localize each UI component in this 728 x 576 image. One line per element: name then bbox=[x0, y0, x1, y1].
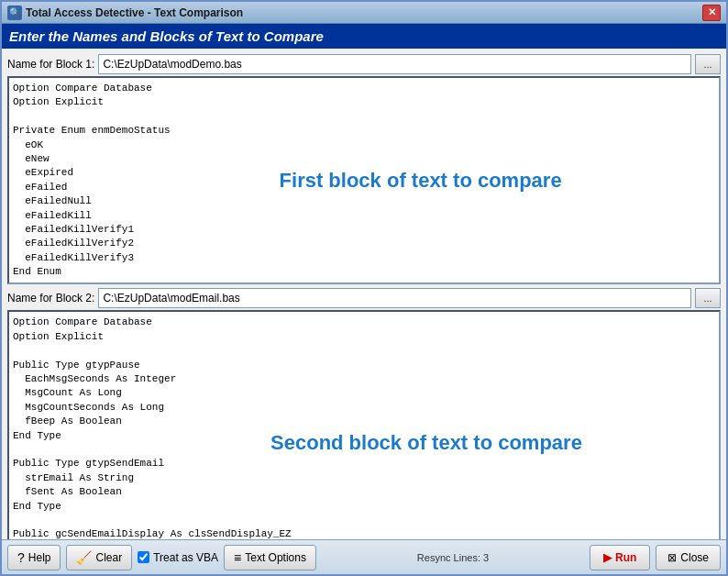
main-header: Enter the Names and Blocks of Text to Co… bbox=[2, 24, 726, 49]
treat-vba-label: Treat as VBA bbox=[153, 551, 218, 564]
block1-section: Name for Block 1: ... Option Compare Dat… bbox=[7, 54, 721, 284]
block2-name-row: Name for Block 2: ... bbox=[7, 288, 721, 308]
main-window: 🔍 Total Access Detective - Text Comparis… bbox=[0, 0, 728, 576]
treat-vba-container: Treat as VBA bbox=[138, 551, 218, 564]
block1-input[interactable] bbox=[98, 54, 691, 74]
block2-input[interactable] bbox=[98, 288, 691, 308]
block1-text-container: Option Compare Database Option Explicit … bbox=[7, 76, 721, 284]
main-header-text: Enter the Names and Blocks of Text to Co… bbox=[9, 28, 324, 44]
close-button[interactable]: ⊠ Close bbox=[656, 545, 721, 570]
clear-icon: 🧹 bbox=[76, 550, 92, 565]
block2-text-container: Option Compare Database Option Explicit … bbox=[7, 310, 721, 539]
clear-label: Clear bbox=[95, 551, 122, 564]
treat-vba-checkbox[interactable] bbox=[138, 551, 149, 563]
block1-text-area[interactable]: Option Compare Database Option Explicit … bbox=[9, 78, 719, 282]
window-close-button[interactable]: ✕ bbox=[702, 5, 721, 21]
help-button[interactable]: ? Help bbox=[7, 545, 61, 570]
clear-button[interactable]: 🧹 Clear bbox=[66, 545, 132, 570]
run-label: Run bbox=[615, 551, 636, 564]
block1-name-row: Name for Block 1: ... bbox=[7, 54, 721, 74]
text-options-button[interactable]: ≡ Text Options bbox=[224, 545, 316, 570]
resync-info: Resync Lines: 3 bbox=[322, 552, 584, 563]
block2-section: Name for Block 2: ... Option Compare Dat… bbox=[7, 288, 721, 539]
run-button[interactable]: ▶ Run bbox=[590, 545, 650, 570]
close-label: Close bbox=[680, 551, 709, 564]
help-label: Help bbox=[28, 551, 51, 564]
close-icon: ⊠ bbox=[667, 551, 677, 564]
bottom-bar: ? Help 🧹 Clear Treat as VBA ≡ Text Optio… bbox=[2, 539, 726, 574]
help-icon: ? bbox=[17, 550, 25, 565]
block2-browse-button[interactable]: ... bbox=[695, 288, 721, 308]
title-bar: 🔍 Total Access Detective - Text Comparis… bbox=[2, 2, 726, 24]
app-icon: 🔍 bbox=[7, 6, 22, 20]
text-options-icon: ≡ bbox=[234, 550, 241, 565]
block2-label: Name for Block 2: bbox=[7, 292, 94, 305]
text-options-label: Text Options bbox=[245, 551, 306, 564]
block2-text-area[interactable]: Option Compare Database Option Explicit … bbox=[9, 312, 719, 539]
block1-label: Name for Block 1: bbox=[7, 58, 94, 71]
title-bar-text: Total Access Detective - Text Comparison bbox=[26, 6, 702, 19]
block1-browse-button[interactable]: ... bbox=[695, 54, 721, 74]
content-area: Name for Block 1: ... Option Compare Dat… bbox=[2, 49, 726, 539]
run-icon: ▶ bbox=[603, 551, 612, 564]
